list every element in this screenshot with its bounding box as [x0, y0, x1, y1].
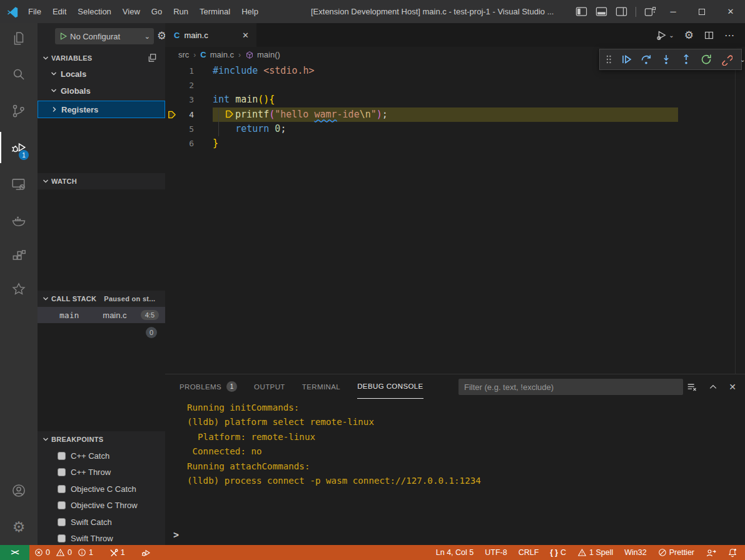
remote-indicator[interactable]: ><: [0, 545, 29, 560]
accounts-icon[interactable]: [11, 482, 27, 499]
line-number[interactable]: 1: [165, 64, 194, 78]
code-line-4[interactable]: 4printf("hello wamr-ide\n");: [165, 108, 745, 122]
cursor-position[interactable]: Ln 4, Col 5: [436, 548, 474, 557]
line-number[interactable]: 2: [165, 78, 194, 92]
tab-close-icon[interactable]: ✕: [242, 31, 249, 40]
code-line-6[interactable]: 6}: [165, 136, 745, 151]
step-out-icon[interactable]: [680, 53, 692, 66]
tab-debug-console[interactable]: DEBUG CONSOLE: [357, 375, 423, 399]
close-button[interactable]: ✕: [716, 0, 745, 23]
checkbox[interactable]: [58, 452, 66, 460]
breadcrumb-symbol[interactable]: main(): [257, 50, 280, 59]
variables-item-globals[interactable]: Globals: [38, 82, 165, 99]
maximize-panel-icon[interactable]: [708, 382, 718, 392]
breadcrumb-folder[interactable]: src: [178, 50, 189, 59]
breakpoint-label: Swift Catch: [71, 518, 112, 527]
toggle-sidebar-icon[interactable]: [575, 6, 587, 17]
remote-explorer-icon[interactable]: [11, 176, 27, 192]
copy-variables-icon[interactable]: [147, 52, 158, 63]
checkbox[interactable]: [58, 468, 66, 476]
checkbox[interactable]: [58, 518, 66, 526]
formatter-item[interactable]: Prettier: [658, 548, 694, 557]
docker-icon[interactable]: [11, 212, 27, 228]
variables-item-registers[interactable]: Registers: [38, 101, 165, 118]
feedback-icon[interactable]: [706, 548, 716, 558]
search-icon[interactable]: [11, 67, 27, 83]
checkbox[interactable]: [58, 534, 66, 542]
spell-checker-item[interactable]: 1 Spell: [577, 548, 613, 557]
customize-layout-icon[interactable]: [644, 6, 656, 17]
tab-output[interactable]: OUTPUT: [254, 375, 285, 399]
breakpoint-row[interactable]: C++ Catch: [38, 448, 165, 464]
tab-main-c[interactable]: C main.c ✕: [165, 23, 256, 47]
breakpoint-row[interactable]: Objective C Catch: [38, 481, 165, 497]
tab-terminal[interactable]: TERMINAL: [302, 375, 340, 399]
menu-run[interactable]: Run: [168, 0, 194, 23]
clear-console-icon[interactable]: [686, 381, 697, 392]
split-editor-icon[interactable]: [704, 30, 714, 41]
breakpoint-row[interactable]: Swift Throw: [38, 530, 165, 546]
tab-problems[interactable]: PROBLEMS 1: [180, 375, 237, 399]
menu-help[interactable]: Help: [236, 0, 264, 23]
breakpoint-row[interactable]: Swift Catch: [38, 514, 165, 530]
checkbox[interactable]: [58, 501, 66, 509]
tools-item[interactable]: 1: [109, 548, 125, 558]
debug-status-icon[interactable]: [141, 548, 151, 558]
variables-item-locals[interactable]: Locals: [38, 66, 165, 82]
disconnect-icon[interactable]: [720, 53, 732, 66]
step-over-icon[interactable]: [640, 53, 652, 66]
encoding[interactable]: UTF-8: [485, 548, 507, 557]
stack-frame-row[interactable]: main main.c 4:5: [38, 307, 165, 323]
platform-item[interactable]: Win32: [624, 548, 646, 557]
settings-gear-icon[interactable]: ⚙: [11, 519, 27, 535]
more-actions-icon[interactable]: ⋯: [724, 29, 735, 41]
line-number[interactable]: 6: [165, 136, 194, 151]
run-or-debug-button[interactable]: ⌄: [656, 29, 674, 41]
notifications-bell-icon[interactable]: [727, 548, 737, 558]
code-line-5[interactable]: 5 return 0;: [165, 122, 745, 136]
breadcrumb-file[interactable]: main.c: [210, 50, 234, 59]
menu-file[interactable]: File: [23, 0, 47, 23]
menu-selection[interactable]: Selection: [72, 0, 116, 23]
close-panel-icon[interactable]: ✕: [729, 382, 736, 392]
breakpoint-row[interactable]: Objective C Throw: [38, 497, 165, 513]
restart-icon[interactable]: [700, 53, 712, 66]
code-line-2[interactable]: 2: [165, 78, 745, 92]
language-mode[interactable]: { } C: [550, 548, 566, 557]
warnings-item[interactable]: 0: [56, 548, 72, 557]
explorer-icon[interactable]: [11, 31, 27, 47]
toggle-panel-icon[interactable]: [595, 6, 607, 17]
toolbar-grip-icon[interactable]: [605, 54, 612, 65]
menu-view[interactable]: View: [117, 0, 146, 23]
extensions-icon[interactable]: [11, 248, 27, 264]
call-stack-section-header[interactable]: CALL STACK Paused on st...: [38, 291, 165, 307]
menu-edit[interactable]: Edit: [47, 0, 72, 23]
chevron-down-icon[interactable]: ⌄: [740, 56, 745, 63]
line-number[interactable]: 3: [165, 92, 194, 107]
line-number[interactable]: 5: [165, 122, 194, 136]
console-filter-input[interactable]: [459, 379, 683, 395]
continue-icon[interactable]: [620, 53, 632, 66]
star-icon[interactable]: [11, 281, 27, 298]
errors-item[interactable]: 0: [34, 548, 50, 557]
breakpoints-section-header[interactable]: BREAKPOINTS: [38, 431, 165, 448]
menu-terminal[interactable]: Terminal: [194, 0, 236, 23]
source-control-icon[interactable]: [11, 103, 27, 119]
code-line-3[interactable]: 3int main(){: [165, 92, 745, 107]
infos-item[interactable]: 1: [78, 548, 93, 557]
watch-section-header[interactable]: WATCH: [38, 173, 165, 189]
line-number[interactable]: 4: [165, 108, 194, 122]
start-debug-icon[interactable]: [59, 32, 68, 41]
toggle-secondary-sidebar-icon[interactable]: [616, 6, 627, 17]
maximize-button[interactable]: [687, 0, 716, 23]
launch-config-dropdown[interactable]: No Configurat ⌄: [55, 28, 154, 44]
menu-go[interactable]: Go: [146, 0, 168, 23]
eol-sequence[interactable]: CRLF: [519, 548, 539, 557]
checkbox[interactable]: [58, 485, 66, 493]
gear-icon[interactable]: ⚙: [684, 29, 694, 42]
console-input-prompt[interactable]: >: [173, 529, 179, 541]
minimize-button[interactable]: ─: [659, 0, 687, 23]
breakpoint-row[interactable]: C++ Throw: [38, 464, 165, 480]
variables-section-header[interactable]: VARIABLES: [38, 50, 165, 66]
step-into-icon[interactable]: [660, 53, 672, 66]
